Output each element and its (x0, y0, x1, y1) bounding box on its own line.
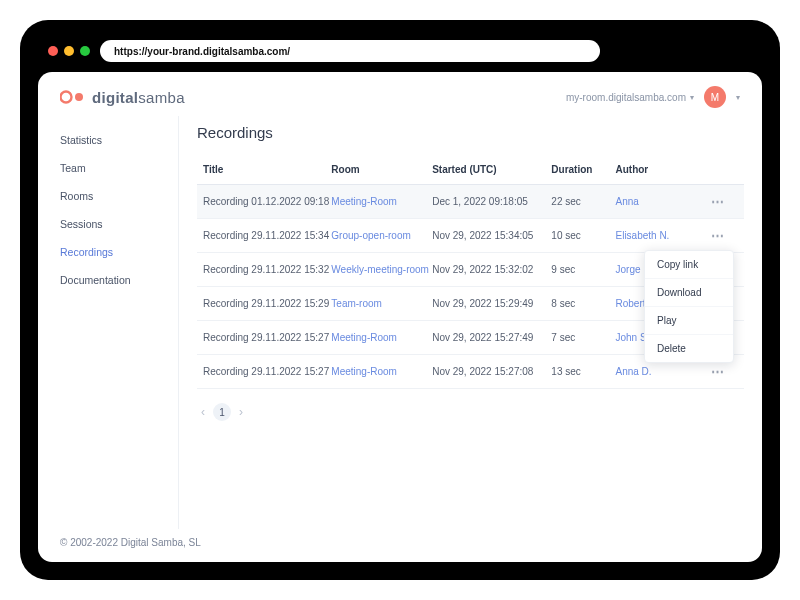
cell-room-link[interactable]: Meeting-Room (331, 332, 432, 343)
cell-duration: 22 sec (551, 196, 615, 207)
context-menu-item-play[interactable]: Play (645, 306, 733, 334)
sidebar-item-rooms[interactable]: Rooms (60, 182, 178, 210)
cell-title: Recording 29.11.2022 15:27 (203, 332, 331, 343)
page-title: Recordings (197, 116, 744, 155)
url-bar[interactable]: https://your-brand.digitalsamba.com/ (100, 40, 600, 62)
cell-duration: 8 sec (551, 298, 615, 309)
table-row[interactable]: Recording 01.12.2022 09:18Meeting-RoomDe… (197, 185, 744, 219)
cell-started: Nov 29, 2022 15:29:49 (432, 298, 551, 309)
row-more-button[interactable]: ⋯ (698, 194, 738, 209)
cell-duration: 9 sec (551, 264, 615, 275)
window-controls (48, 46, 90, 56)
cell-duration: 10 sec (551, 230, 615, 241)
url-text: https://your-brand.digitalsamba.com/ (114, 46, 290, 57)
device-frame: https://your-brand.digitalsamba.com/ dig… (20, 20, 780, 580)
logo-text: digitalsamba (92, 89, 185, 106)
sidebar-item-sessions[interactable]: Sessions (60, 210, 178, 238)
col-title[interactable]: Title (203, 164, 331, 175)
cell-started: Dec 1, 2022 09:18:05 (432, 196, 551, 207)
avatar[interactable]: M (704, 86, 726, 108)
brand-logo[interactable]: digitalsamba (60, 89, 185, 106)
cell-duration: 13 sec (551, 366, 615, 377)
cell-duration: 7 sec (551, 332, 615, 343)
topbar: digitalsamba my-room.digitalsamba.com ▾ … (38, 72, 762, 116)
cell-title: Recording 01.12.2022 09:18 (203, 196, 331, 207)
cell-author-link[interactable]: Anna D. (615, 366, 698, 377)
cell-author-link[interactable]: Anna (615, 196, 698, 207)
context-menu-item-delete[interactable]: Delete (645, 334, 733, 362)
cell-started: Nov 29, 2022 15:27:49 (432, 332, 551, 343)
svg-point-1 (75, 93, 83, 101)
cell-title: Recording 29.11.2022 15:27 (203, 366, 331, 377)
cell-room-link[interactable]: Weekly-meeting-room (331, 264, 432, 275)
sidebar-item-team[interactable]: Team (60, 154, 178, 182)
close-window-icon[interactable] (48, 46, 58, 56)
sidebar-item-documentation[interactable]: Documentation (60, 266, 178, 294)
cell-title: Recording 29.11.2022 15:34 (203, 230, 331, 241)
context-menu-item-download[interactable]: Download (645, 278, 733, 306)
sidebar-item-statistics[interactable]: Statistics (60, 126, 178, 154)
chevron-down-icon[interactable]: ▾ (736, 93, 740, 102)
context-menu-item-copy-link[interactable]: Copy link (645, 251, 733, 278)
app-viewport: digitalsamba my-room.digitalsamba.com ▾ … (38, 72, 762, 562)
prev-page-button[interactable]: ‹ (201, 405, 205, 419)
cell-started: Nov 29, 2022 15:27:08 (432, 366, 551, 377)
browser-bar: https://your-brand.digitalsamba.com/ (38, 34, 762, 72)
avatar-initial: M (711, 92, 719, 103)
logo-icon (60, 90, 86, 104)
cell-room-link[interactable]: Meeting-Room (331, 366, 432, 377)
cell-started: Nov 29, 2022 15:34:05 (432, 230, 551, 241)
table-header-row: Title Room Started (UTC) Duration Author (197, 155, 744, 185)
domain-dropdown[interactable]: my-room.digitalsamba.com ▾ (566, 92, 694, 103)
svg-point-0 (61, 92, 72, 103)
cell-room-link[interactable]: Group-open-room (331, 230, 432, 241)
cell-started: Nov 29, 2022 15:32:02 (432, 264, 551, 275)
col-author[interactable]: Author (615, 164, 698, 175)
copyright-text: © 2002-2022 Digital Samba, SL (60, 537, 201, 548)
table-row[interactable]: Recording 29.11.2022 15:34Group-open-roo… (197, 219, 744, 253)
chevron-down-icon: ▾ (690, 93, 694, 102)
col-started[interactable]: Started (UTC) (432, 164, 551, 175)
sidebar: StatisticsTeamRoomsSessionsRecordingsDoc… (60, 116, 178, 529)
minimize-window-icon[interactable] (64, 46, 74, 56)
maximize-window-icon[interactable] (80, 46, 90, 56)
account-area: my-room.digitalsamba.com ▾ M ▾ (566, 86, 740, 108)
cell-title: Recording 29.11.2022 15:32 (203, 264, 331, 275)
row-more-button[interactable]: ⋯ (698, 364, 738, 379)
next-page-button[interactable]: › (239, 405, 243, 419)
domain-label: my-room.digitalsamba.com (566, 92, 686, 103)
sidebar-item-recordings[interactable]: Recordings (60, 238, 178, 266)
pagination: ‹ 1 › (197, 389, 744, 435)
cell-author-link[interactable]: Elisabeth N. (615, 230, 698, 241)
col-room[interactable]: Room (331, 164, 432, 175)
row-more-button[interactable]: ⋯ (698, 228, 738, 243)
footer: © 2002-2022 Digital Samba, SL (38, 529, 762, 562)
cell-room-link[interactable]: Team-room (331, 298, 432, 309)
context-menu: Copy linkDownloadPlayDelete (644, 250, 734, 363)
page-number[interactable]: 1 (213, 403, 231, 421)
cell-room-link[interactable]: Meeting-Room (331, 196, 432, 207)
cell-title: Recording 29.11.2022 15:29 (203, 298, 331, 309)
col-duration[interactable]: Duration (551, 164, 615, 175)
